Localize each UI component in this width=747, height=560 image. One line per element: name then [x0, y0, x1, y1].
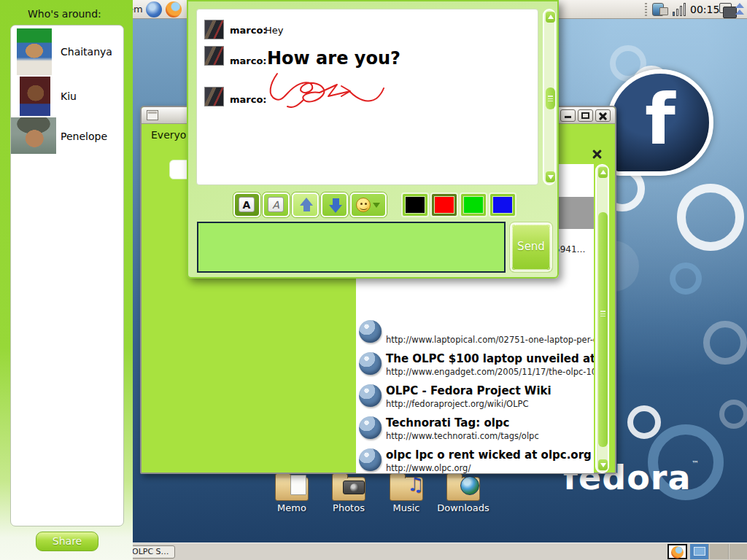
- result-title: Technorati Tag: olpc: [386, 416, 509, 429]
- buddy-name: Penelope: [61, 131, 107, 142]
- fedora-logo-letter: f: [645, 85, 676, 155]
- chevron-up-icon: [735, 3, 744, 8]
- italic-icon: A: [268, 197, 284, 212]
- scroll-down-button[interactable]: [598, 459, 608, 470]
- message-text: How are you?: [267, 48, 400, 69]
- maximize-button[interactable]: [578, 109, 593, 122]
- fedora-trademark: ™: [692, 459, 699, 467]
- workspace-window: [694, 547, 705, 556]
- scroll-up-button[interactable]: [546, 12, 555, 23]
- result-url-partial: 5941…: [554, 244, 586, 254]
- folder-icon: [446, 477, 480, 501]
- bold-button[interactable]: A: [233, 192, 260, 217]
- color-chip: [435, 197, 454, 213]
- send-button-border: [512, 225, 550, 270]
- result-title: The OLPC $100 laptop unveiled at UN …: [386, 352, 594, 365]
- desktop-icon-downloads[interactable]: Downloads: [437, 472, 489, 513]
- icon-label: Downloads: [437, 502, 489, 513]
- desktop-icon-memo[interactable]: Memo: [266, 472, 318, 513]
- arrow-down-icon: [329, 198, 342, 213]
- avatar: [20, 77, 50, 116]
- arrow-stem: [333, 198, 339, 205]
- task-button-olpc[interactable]: OLPC S…: [128, 545, 175, 559]
- arrow-down-icon: [600, 463, 606, 467]
- result-row[interactable]: Technorati Tag: olpc http://www.technora…: [359, 415, 591, 447]
- color-swatch-red[interactable]: [432, 194, 457, 216]
- scrollbar-thumb[interactable]: [546, 88, 555, 109]
- clock[interactable]: 00:15: [690, 4, 719, 15]
- chat-input[interactable]: [197, 222, 506, 273]
- result-title: OLPC - Fedora Project Wiki: [386, 384, 551, 397]
- thumb-grip: [600, 311, 605, 316]
- desktop-icon-photos[interactable]: Photos: [322, 472, 375, 513]
- close-results-button[interactable]: [589, 148, 603, 160]
- result-row[interactable]: olpc lpc o rent wicked at olpc.org http:…: [359, 447, 591, 473]
- scroll-down-button[interactable]: [546, 171, 555, 182]
- minimize-icon: [565, 116, 571, 118]
- power-tray-icon[interactable]: [652, 3, 664, 16]
- scroll-up-button[interactable]: [598, 167, 608, 178]
- arrow-up-icon: [600, 170, 606, 174]
- send-button[interactable]: Send: [509, 222, 553, 273]
- result-url: http://www.technorati.com/tags/olpc: [386, 431, 539, 441]
- color-chip: [406, 197, 425, 213]
- globe-icon: [359, 320, 382, 343]
- smiley-icon: [356, 198, 371, 212]
- firefox-taskbar-icon[interactable]: [667, 544, 687, 559]
- color-swatch-blue[interactable]: [490, 194, 515, 216]
- bubble-ring: [703, 321, 747, 365]
- result-url: http://www.laptopical.com/02751-one-lapt…: [386, 335, 594, 345]
- arrow-up-icon: [300, 198, 313, 211]
- buddy-list: Chaitanya Kiu Penelope: [10, 25, 124, 526]
- window-icon: [147, 110, 158, 120]
- globe-icon: [460, 476, 479, 495]
- signal-bar: [680, 6, 682, 16]
- avatar: [11, 117, 56, 154]
- close-button[interactable]: [595, 109, 611, 122]
- signal-bar: [676, 9, 678, 16]
- thunderbird-launcher-icon[interactable]: [146, 1, 162, 18]
- font-smaller-button[interactable]: [321, 192, 348, 217]
- result-url: http://fedoraproject.org/wiki/OLPC: [386, 399, 529, 409]
- result-row[interactable]: The OLPC $100 laptop unveiled at UN … ht…: [359, 351, 591, 383]
- emoticon-button[interactable]: [350, 192, 387, 217]
- signal-bar: [684, 3, 686, 16]
- bold-icon: A: [239, 197, 255, 212]
- document-icon: [290, 475, 306, 495]
- icon-label: Memo: [266, 502, 318, 513]
- buddy-name: Kiu: [61, 90, 77, 102]
- globe-icon: [359, 448, 382, 471]
- icon-label: Photos: [322, 502, 375, 513]
- firefox-launcher-icon[interactable]: [166, 1, 182, 18]
- color-swatch-black[interactable]: [403, 194, 427, 216]
- chat-scrollbar[interactable]: [543, 9, 556, 185]
- chevron-up-icon: [735, 9, 744, 15]
- italic-button[interactable]: A: [263, 192, 290, 217]
- globe-icon: [359, 352, 382, 375]
- folder-icon: ♫: [390, 477, 423, 501]
- music-note-icon: ♫: [407, 473, 424, 495]
- chevron-down-icon: [373, 203, 380, 208]
- font-bigger-button[interactable]: [292, 192, 319, 217]
- drawing-scribble: [261, 71, 392, 119]
- color-chip: [493, 197, 512, 213]
- results-scrollbar[interactable]: [595, 164, 609, 473]
- share-button[interactable]: Share: [36, 532, 98, 551]
- bubble-ring: [670, 262, 702, 295]
- color-swatch-green[interactable]: [461, 194, 486, 216]
- folder-icon: [275, 477, 309, 501]
- thumb-grip: [548, 96, 553, 101]
- folder-icon: [332, 477, 365, 501]
- maximize-icon: [581, 112, 589, 119]
- workspace-1[interactable]: [690, 544, 709, 559]
- minimize-button[interactable]: [560, 109, 576, 122]
- scrollbar-thumb[interactable]: [598, 212, 608, 447]
- workspace-2[interactable]: [710, 544, 729, 559]
- desktop-icon-music[interactable]: ♫ Music: [380, 472, 433, 513]
- workspace-3[interactable]: [729, 544, 747, 559]
- display-tray-icon[interactable]: [719, 3, 732, 13]
- tray-handle[interactable]: [645, 3, 647, 16]
- result-row[interactable]: OLPC - Fedora Project Wiki http://fedora…: [359, 383, 591, 415]
- bubble-ring: [627, 405, 661, 439]
- result-row[interactable]: http://www.laptopical.com/02751-one-lapt…: [359, 319, 591, 351]
